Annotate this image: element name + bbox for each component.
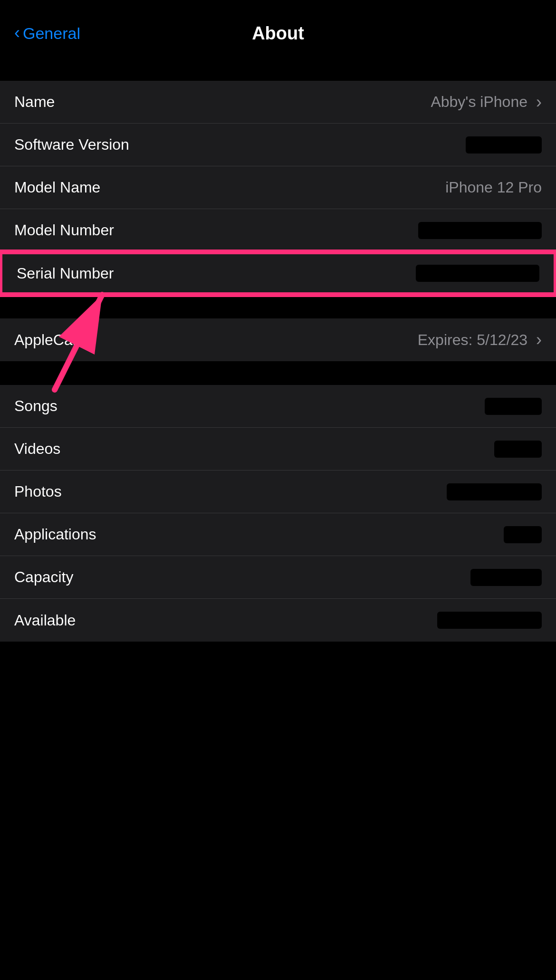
serial-number-value bbox=[416, 265, 539, 282]
capacity-value bbox=[470, 569, 542, 586]
applications-redacted bbox=[504, 526, 542, 543]
page-title: About bbox=[252, 23, 304, 44]
videos-redacted bbox=[494, 441, 542, 458]
photos-value bbox=[447, 483, 542, 500]
photos-label: Photos bbox=[14, 483, 62, 500]
model-name-row: Model Name iPhone 12 Pro bbox=[0, 166, 556, 209]
songs-value bbox=[485, 398, 542, 415]
capacity-redacted bbox=[470, 569, 542, 586]
videos-label: Videos bbox=[14, 440, 60, 458]
back-label: General bbox=[23, 24, 80, 43]
available-label: Available bbox=[14, 612, 76, 629]
name-row[interactable]: Name Abby's iPhone bbox=[0, 81, 556, 124]
videos-value bbox=[494, 441, 542, 458]
software-version-label: Software Version bbox=[14, 136, 129, 154]
songs-redacted bbox=[485, 398, 542, 415]
applications-row: Applications bbox=[0, 513, 556, 556]
serial-number-label: Serial Number bbox=[17, 265, 114, 282]
available-value bbox=[437, 612, 542, 629]
model-number-redacted bbox=[418, 222, 542, 239]
applecare-value: Expires: 5/12/23 bbox=[418, 330, 542, 350]
back-button[interactable]: ‹ General bbox=[14, 24, 80, 43]
software-version-row: Software Version bbox=[0, 124, 556, 166]
name-value: Abby's iPhone bbox=[431, 92, 542, 112]
videos-row: Videos bbox=[0, 428, 556, 471]
software-version-value bbox=[466, 136, 542, 154]
pink-arrow-icon bbox=[26, 280, 121, 404]
capacity-row: Capacity bbox=[0, 556, 556, 599]
applications-value bbox=[504, 526, 542, 543]
photos-row: Photos bbox=[0, 471, 556, 513]
svg-line-1 bbox=[55, 295, 102, 390]
device-info-group: Name Abby's iPhone Software Version Mode… bbox=[0, 81, 556, 295]
model-name-value: iPhone 12 Pro bbox=[445, 179, 542, 196]
name-label: Name bbox=[14, 93, 55, 111]
top-section-gap bbox=[0, 62, 556, 81]
available-redacted bbox=[437, 612, 542, 629]
capacity-label: Capacity bbox=[14, 568, 74, 586]
chevron-left-icon: ‹ bbox=[14, 24, 20, 41]
model-name-label: Model Name bbox=[14, 179, 100, 196]
applications-label: Applications bbox=[14, 526, 96, 543]
model-number-label: Model Number bbox=[14, 221, 114, 239]
model-number-row: Model Number bbox=[0, 209, 556, 252]
software-version-redacted bbox=[466, 136, 542, 154]
navigation-bar: ‹ General About bbox=[0, 0, 556, 62]
serial-number-redacted bbox=[416, 265, 539, 282]
available-row: Available bbox=[0, 599, 556, 642]
model-number-value bbox=[418, 222, 542, 239]
storage-group: Songs Videos Photos Applications Capacit… bbox=[0, 385, 556, 642]
photos-redacted bbox=[447, 483, 542, 500]
